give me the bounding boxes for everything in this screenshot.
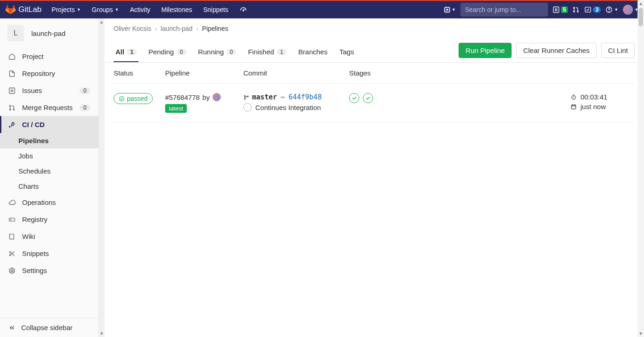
sidebar-item-settings[interactable]: Settings — [0, 262, 98, 279]
brand-logo[interactable]: GitLab — [6, 5, 41, 15]
nav-milestones[interactable]: Milestones — [157, 3, 197, 16]
nav-help[interactable]: ▼ — [605, 6, 618, 13]
svg-point-19 — [13, 109, 15, 110]
scroll-down-icon[interactable]: ▼ — [638, 330, 644, 337]
sidebar-item-snippets[interactable]: Snippets — [0, 245, 98, 262]
project-header[interactable]: L launch-pad — [0, 18, 98, 48]
commit-message[interactable]: Continues Integration — [255, 104, 321, 111]
global-search[interactable] — [460, 3, 548, 17]
sidebar-item-label: Snippets — [22, 250, 49, 257]
commit-sha[interactable]: 644f9b48 — [288, 93, 322, 101]
sidebar-item-registry[interactable]: Registry — [0, 211, 98, 228]
book-icon — [8, 233, 16, 240]
svg-point-30 — [244, 98, 245, 99]
sidebar-item-operations[interactable]: Operations — [0, 194, 98, 211]
table-header: Status Pipeline Commit Stages — [114, 63, 635, 84]
nav-mr-shortcut[interactable] — [572, 6, 580, 13]
svg-point-10 — [574, 11, 575, 12]
tab-tags[interactable]: Tags — [338, 42, 356, 62]
by-label: by — [202, 93, 210, 101]
check-circle-icon — [119, 96, 125, 102]
branch-icon — [243, 94, 249, 100]
author-avatar[interactable] — [213, 93, 221, 101]
pipeline-id[interactable]: #57684778 — [165, 93, 200, 101]
scroll-up-icon[interactable]: ▲ — [99, 18, 104, 25]
tab-count: 1 — [127, 49, 137, 55]
tab-pending[interactable]: Pending0 — [147, 42, 188, 62]
svg-rect-21 — [9, 218, 15, 221]
stage-passed-icon[interactable] — [349, 93, 359, 103]
sidebar-item-label: Settings — [22, 267, 47, 274]
tabs-row: All1 Pending0 Running0 Finished1 Branche… — [104, 42, 644, 63]
svg-point-18 — [10, 109, 11, 110]
svg-point-17 — [10, 105, 11, 106]
sidebar-item-cicd[interactable]: CI / CD — [0, 116, 98, 133]
chevron-right-icon: › — [155, 25, 157, 32]
svg-rect-7 — [553, 7, 559, 12]
tab-label: All — [115, 48, 124, 56]
nav-groups[interactable]: Groups▼ — [87, 3, 124, 16]
stage-passed-icon[interactable] — [363, 93, 373, 103]
crumb-project[interactable]: launch-pad — [161, 25, 192, 32]
brand-name: GitLab — [18, 5, 41, 14]
new-dropdown[interactable]: ▼ — [444, 6, 456, 13]
user-menu[interactable]: ▼ — [623, 5, 638, 15]
crumb-owner[interactable]: Oliver Kocsis — [114, 25, 151, 32]
clear-runner-caches-button[interactable]: Clear Runner Caches — [516, 43, 596, 58]
ci-lint-button[interactable]: CI Lint — [601, 43, 635, 58]
tab-running[interactable]: Running0 — [196, 42, 238, 62]
svg-rect-15 — [9, 88, 15, 93]
collapse-icon — [8, 324, 16, 331]
svg-point-35 — [572, 95, 575, 99]
scroll-up-icon[interactable]: ▲ — [638, 0, 644, 7]
status-badge[interactable]: passed — [114, 93, 153, 104]
run-pipeline-button[interactable]: Run Pipeline — [459, 43, 512, 58]
sidebar-item-label: Registry — [22, 215, 47, 223]
svg-point-11 — [577, 11, 579, 12]
sidebar-sub-schedules[interactable]: Schedules — [0, 163, 98, 179]
col-commit: Commit — [243, 69, 349, 77]
svg-point-22 — [11, 219, 11, 220]
cloud-icon — [8, 199, 16, 206]
tab-branches[interactable]: Branches — [297, 42, 329, 62]
sidebar-item-issues[interactable]: Issues 0 — [0, 82, 98, 99]
sidebar-item-merge-requests[interactable]: Merge Requests 0 — [0, 99, 98, 116]
svg-rect-12 — [585, 7, 591, 12]
nav-todos[interactable]: 3 — [584, 6, 601, 13]
collapse-sidebar[interactable]: Collapse sidebar — [0, 318, 98, 337]
col-stages: Stages — [349, 69, 570, 77]
tab-all[interactable]: All1 — [114, 42, 138, 62]
sidebar-sub-pipelines[interactable]: Pipelines — [0, 133, 98, 148]
collapse-label: Collapse sidebar — [21, 324, 73, 331]
nav-gauge-icon[interactable] — [235, 3, 252, 17]
nav-activity[interactable]: Activity — [125, 3, 155, 16]
sidebar-scrollbar[interactable]: ▲ ▼ — [99, 18, 104, 337]
sidebar-item-label: Operations — [22, 198, 56, 206]
search-input[interactable] — [465, 6, 546, 13]
tab-count: 1 — [277, 49, 287, 55]
sidebar-sub-jobs[interactable]: Jobs — [0, 148, 98, 163]
page-scrollbar[interactable]: ▲ ▼ — [638, 0, 644, 337]
sidebar-item-project[interactable]: Project — [0, 48, 98, 65]
pipelines-table: Status Pipeline Commit Stages passed #57… — [104, 63, 644, 122]
nav-projects[interactable]: Projects▼ — [47, 3, 86, 16]
branch-name[interactable]: master — [252, 93, 277, 101]
gear-icon — [8, 267, 16, 274]
svg-point-16 — [11, 90, 13, 92]
tab-finished[interactable]: Finished1 — [246, 42, 288, 62]
top-navbar: GitLab Projects▼ Groups▼ Activity Milest… — [0, 0, 644, 18]
project-avatar: L — [7, 25, 24, 41]
sidebar-sub-charts[interactable]: Charts — [0, 179, 98, 194]
svg-point-8 — [555, 9, 557, 11]
nav-links: Projects▼ Groups▼ Activity Milestones Sn… — [47, 3, 252, 17]
nav-issues-shortcut[interactable]: 5 — [552, 6, 568, 13]
scroll-down-icon[interactable]: ▼ — [99, 330, 104, 337]
chevron-down-icon: ▼ — [452, 7, 456, 12]
svg-point-9 — [574, 7, 575, 9]
nav-snippets[interactable]: Snippets — [199, 3, 233, 16]
nav-groups-label: Groups — [92, 6, 113, 13]
sidebar-item-wiki[interactable]: Wiki — [0, 228, 98, 245]
sidebar-item-repository[interactable]: Repository — [0, 65, 98, 82]
scroll-thumb[interactable] — [638, 8, 643, 26]
home-icon — [8, 53, 16, 60]
